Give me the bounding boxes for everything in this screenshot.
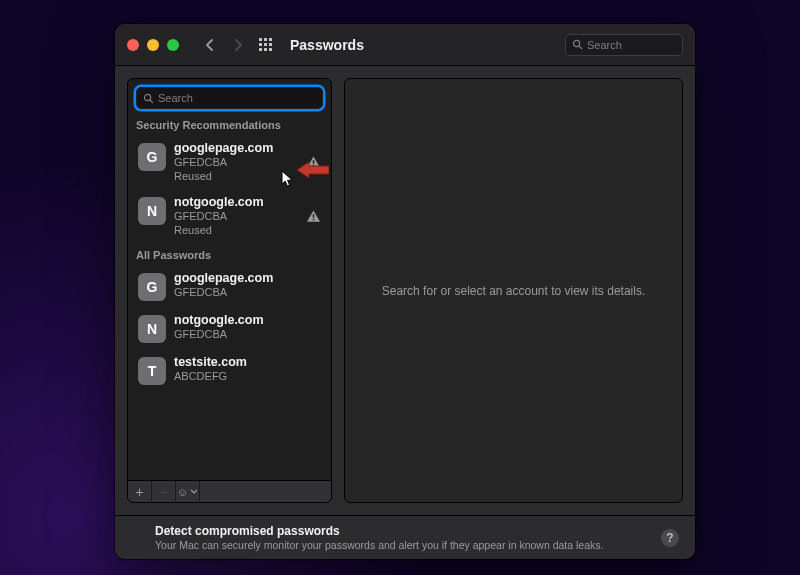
sidebar-search-placeholder: Search	[158, 92, 193, 104]
site-name: testsite.com	[174, 355, 321, 369]
sidebar-search-field[interactable]: Search	[136, 87, 323, 109]
content-area: Search Security Recommendations G google…	[115, 66, 695, 515]
nav-forward-button[interactable]	[227, 33, 249, 57]
username: GFEDCBA	[174, 210, 321, 223]
svg-rect-4	[313, 160, 315, 164]
password-row[interactable]: N notgoogle.com GFEDCBA Reused	[134, 189, 325, 243]
site-name: googlepage.com	[174, 141, 321, 155]
site-avatar: N	[138, 315, 166, 343]
svg-rect-7	[313, 219, 315, 221]
passwords-window: Passwords Search Search Security Recomme…	[115, 24, 695, 559]
svg-line-3	[150, 99, 153, 102]
warning-icon	[306, 209, 321, 223]
more-options-icon: ☺︎	[177, 486, 188, 498]
show-all-prefs-icon[interactable]	[259, 38, 272, 51]
footer-subtitle: Your Mac can securely monitor your passw…	[155, 539, 603, 551]
password-row[interactable]: N notgoogle.com GFEDCBA	[134, 307, 325, 349]
traffic-lights	[127, 39, 179, 51]
username: GFEDCBA	[174, 328, 321, 341]
zoom-window-button[interactable]	[167, 39, 179, 51]
chevron-down-icon	[190, 489, 198, 495]
footer-strip: Detect compromised passwords Your Mac ca…	[115, 515, 695, 559]
site-name: googlepage.com	[174, 271, 321, 285]
site-avatar: G	[138, 143, 166, 171]
window-title: Passwords	[290, 37, 364, 53]
toolbar-search-placeholder: Search	[587, 39, 622, 51]
titlebar: Passwords Search	[115, 24, 695, 66]
username: ABCDEFG	[174, 370, 321, 383]
password-row[interactable]: G googlepage.com GFEDCBA	[134, 265, 325, 307]
site-avatar: G	[138, 273, 166, 301]
site-avatar: N	[138, 197, 166, 225]
reused-tag: Reused	[174, 224, 321, 237]
svg-rect-5	[313, 165, 315, 167]
add-password-button[interactable]: +	[128, 481, 152, 503]
close-window-button[interactable]	[127, 39, 139, 51]
minimize-window-button[interactable]	[147, 39, 159, 51]
svg-rect-6	[313, 214, 315, 218]
section-header-all: All Passwords	[136, 249, 323, 261]
password-list-scroll[interactable]: Search Security Recommendations G google…	[128, 79, 331, 480]
empty-state-message: Search for or select an account to view …	[362, 284, 665, 298]
password-row[interactable]: T testsite.com ABCDEFG	[134, 349, 325, 391]
password-list-panel: Search Security Recommendations G google…	[127, 78, 332, 503]
reused-tag: Reused	[174, 170, 321, 183]
search-icon	[143, 93, 154, 104]
site-name: notgoogle.com	[174, 195, 321, 209]
site-avatar: T	[138, 357, 166, 385]
remove-password-button[interactable]: −	[152, 481, 176, 503]
password-row[interactable]: G googlepage.com GFEDCBA Reused	[134, 135, 325, 189]
username: GFEDCBA	[174, 156, 321, 169]
toolbar-search-field[interactable]: Search	[565, 34, 683, 56]
search-icon	[572, 39, 583, 50]
nav-back-button[interactable]	[199, 33, 221, 57]
site-name: notgoogle.com	[174, 313, 321, 327]
more-options-button[interactable]: ☺︎	[176, 481, 200, 503]
footer-title: Detect compromised passwords	[155, 524, 603, 538]
help-button[interactable]: ?	[661, 529, 679, 547]
warning-icon	[306, 155, 321, 169]
section-header-security: Security Recommendations	[136, 119, 323, 131]
svg-line-1	[579, 46, 582, 49]
username: GFEDCBA	[174, 286, 321, 299]
sidebar-bottom-toolbar: + − ☺︎	[128, 480, 331, 502]
detail-pane: Search for or select an account to view …	[344, 78, 683, 503]
